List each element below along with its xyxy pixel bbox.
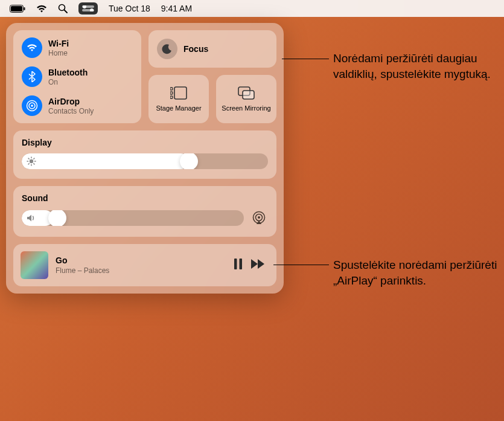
- sound-tile: Sound: [13, 186, 276, 237]
- wifi-icon[interactable]: [36, 5, 47, 13]
- stage-manager-icon: [170, 85, 187, 101]
- menubar-time[interactable]: 9:41 AM: [161, 4, 192, 13]
- wifi-toggle[interactable]: Wi-Fi Home: [22, 37, 133, 58]
- now-playing-tile[interactable]: Go Flume – Palaces: [13, 244, 276, 286]
- svg-point-8: [90, 8, 94, 11]
- svg-line-23: [28, 158, 29, 159]
- callout-annotations: Norėdami peržiūrėti daugiau valdiklių, s…: [284, 23, 498, 294]
- screen-mirroring-label: Screen Mirroring: [222, 104, 270, 112]
- control-center-panel: Wi-Fi Home Bluetooth On: [6, 23, 284, 294]
- track-artist: Flume – Palaces: [56, 266, 226, 275]
- spotlight-icon[interactable]: [58, 4, 68, 13]
- bluetooth-icon: [22, 66, 42, 87]
- control-center-icon[interactable]: [78, 2, 98, 14]
- svg-rect-31: [240, 259, 243, 269]
- brightness-icon: [27, 156, 36, 166]
- svg-point-18: [30, 159, 33, 163]
- display-slider[interactable]: [22, 153, 268, 169]
- svg-line-24: [34, 164, 34, 164]
- svg-rect-15: [174, 87, 187, 99]
- moon-icon: [157, 39, 177, 59]
- speaker-icon: [27, 214, 36, 222]
- sound-label: Sound: [22, 193, 268, 203]
- focus-button[interactable]: Focus: [148, 30, 276, 68]
- callout-airplay: Spustelėkite norėdami peržiūrėti „AirPla…: [333, 257, 498, 288]
- svg-line-26: [34, 158, 34, 159]
- svg-line-4: [65, 10, 68, 13]
- display-label: Display: [22, 138, 268, 147]
- sound-slider[interactable]: [22, 210, 244, 226]
- svg-rect-2: [24, 7, 25, 10]
- menubar-date[interactable]: Tue Oct 18: [109, 4, 150, 13]
- pause-button[interactable]: [234, 259, 243, 272]
- svg-line-25: [28, 164, 29, 164]
- battery-icon[interactable]: [10, 5, 25, 13]
- next-button[interactable]: [251, 259, 266, 271]
- display-tile: Display: [13, 130, 276, 179]
- screen-mirroring-button[interactable]: Screen Mirroring: [216, 75, 276, 123]
- bluetooth-toggle[interactable]: Bluetooth On: [22, 66, 133, 87]
- focus-label: Focus: [183, 44, 208, 54]
- track-title: Go: [56, 255, 226, 265]
- stage-manager-label: Stage Manager: [156, 104, 201, 112]
- svg-rect-1: [11, 6, 22, 11]
- svg-rect-12: [170, 88, 173, 90]
- album-art: [21, 251, 48, 279]
- wifi-title: Wi-Fi: [48, 39, 69, 48]
- airplay-icon: [252, 211, 266, 225]
- svg-point-29: [258, 216, 260, 219]
- bluetooth-title: Bluetooth: [48, 68, 88, 77]
- airplay-audio-button[interactable]: [250, 209, 268, 227]
- airdrop-status: Contacts Only: [48, 107, 94, 115]
- svg-rect-30: [234, 259, 237, 269]
- wifi-status: Home: [48, 49, 69, 57]
- screen-mirroring-icon: [238, 85, 255, 101]
- bluetooth-status: On: [48, 78, 88, 86]
- svg-point-6: [83, 5, 86, 8]
- callout-focus: Norėdami peržiūrėti daugiau valdiklių, s…: [333, 51, 498, 82]
- menubar: Tue Oct 18 9:41 AM: [0, 0, 504, 17]
- airdrop-title: AirDrop: [48, 97, 94, 106]
- airdrop-toggle[interactable]: AirDrop Contacts Only: [22, 95, 133, 116]
- svg-rect-14: [170, 96, 173, 98]
- stage-manager-button[interactable]: Stage Manager: [148, 75, 209, 123]
- wifi-icon: [22, 37, 42, 58]
- connectivity-group: Wi-Fi Home Bluetooth On: [13, 30, 141, 123]
- airdrop-icon: [22, 95, 42, 116]
- svg-rect-17: [243, 91, 254, 99]
- svg-rect-13: [170, 92, 173, 94]
- svg-point-11: [31, 104, 33, 107]
